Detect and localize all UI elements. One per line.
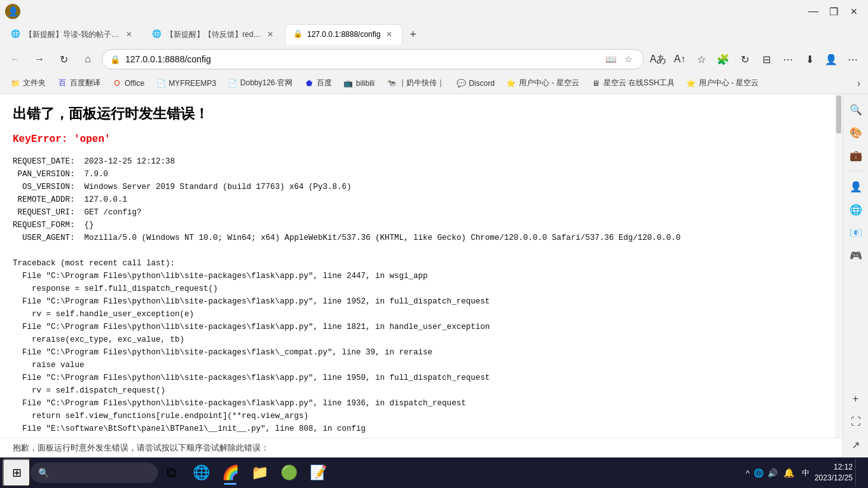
bookmark-baidu[interactable]: ⬟ 百度 [299,75,337,91]
rs-collections-button[interactable]: 🎨 [846,122,866,143]
back-button[interactable]: ← [5,49,25,69]
bookmark-nainiu[interactable]: 🐄 ｜奶牛快传｜ [381,75,450,91]
toolbar-right: Aあ A↑ ☆ 🧩 ↻ ⊟ ⋯ ⬇ 👤 ⋯ [648,49,863,69]
chevron-up-icon[interactable]: ^ [746,468,750,478]
taskbar-right: ^ 🌐 🔊 🔔 中 12:12 2023/12/25 [746,459,865,487]
rs-zoom-plus[interactable]: + [846,389,866,409]
tab-2[interactable]: 🌐 【新提醒】【待反馈】redis安装 ✕ [144,24,284,45]
profile-icon[interactable]: 👤 [5,4,20,19]
tab-2-close[interactable]: ✕ [265,29,275,39]
favorites-button[interactable]: ☆ [621,52,636,67]
sys-icons: ^ 🌐 🔊 🔔 [746,465,797,480]
bookmark-folder[interactable]: 📁 文件夹 [5,75,51,91]
bookmark-xingkong2[interactable]: ⭐ 用户中心 - 星空云 [681,75,764,91]
scrollbar-track[interactable] [835,94,843,488]
more-button[interactable]: ⋯ [843,49,863,69]
show-desktop-button[interactable] [855,459,860,487]
refresh-button[interactable]: ↻ [53,49,74,69]
taskbar-task-view[interactable]: ⧉ [158,459,186,487]
forward-button[interactable]: → [29,49,50,69]
bookmark-xingkong1[interactable]: ⭐ 用户中心 - 星空云 [501,75,584,91]
bookmark-myfreemp3[interactable]: 📄 MYFREEMP3 [151,76,221,91]
star-button[interactable]: ☆ [691,49,712,69]
taskbar-chrome[interactable]: 🌈 [216,459,244,487]
network-icon[interactable]: 🌐 [754,468,764,478]
rs-edge-button[interactable]: 🌐 [846,199,866,220]
folder-icon: 📁 [10,78,20,88]
translate-button[interactable]: Aあ [648,49,668,69]
rs-fullscreen[interactable]: ⛶ [846,412,866,432]
new-tab-button[interactable]: + [404,25,422,43]
taskbar-explorer[interactable]: 📁 [245,459,273,487]
system-clock[interactable]: 12:12 2023/12/25 [815,462,853,484]
tab-3-favicon: 🔒 [293,29,303,39]
error-title: 出错了，面板运行时发生错误！ [13,104,822,123]
taskbar-search[interactable]: 🔍 [31,463,158,483]
right-sidebar: 🔍 🎨 💼 👤 🌐 📧 🎮 + ⛶ ↗ ⚙ [843,94,868,488]
rs-search-button[interactable]: 🔍 [846,99,866,120]
key-error: KeyError: 'open' [13,134,822,145]
taskbar-edge[interactable]: 🌐 [187,459,215,487]
bookmark-baidu-translate[interactable]: 百 百度翻译 [52,75,106,91]
taskbar-notes[interactable]: 📝 [304,459,332,487]
rs-games-button[interactable]: 🎮 [846,245,866,265]
extensions-button[interactable]: 🧩 [713,49,733,69]
bookmark-bilibili-label: bilibili [356,79,375,88]
edge-icon: 🌐 [193,464,210,481]
url-text: 127.0.0.1:8888/config [125,54,598,64]
url-bar[interactable]: 🔒 127.0.0.1:8888/config 📖 ☆ [102,49,644,69]
bookmark-xingkong2-label: 用户中心 - 星空云 [699,78,759,88]
tab-1-close[interactable]: ✕ [124,29,134,39]
close-button[interactable]: ✕ [845,3,863,20]
bookmark-nainiu-label: ｜奶牛快传｜ [399,78,444,88]
profile-button[interactable]: 👤 [821,49,841,69]
discord-icon: 💬 [456,78,466,88]
refresh2-button[interactable]: ↻ [734,49,755,69]
ssh-icon: 🖥 [591,78,601,88]
tab-3-close[interactable]: ✕ [384,29,394,39]
copilot-button[interactable]: ⋯ [778,49,798,69]
taskbar-bt[interactable]: 🟢 [275,459,303,487]
bookmark-office[interactable]: O Office [107,76,149,91]
tab-1-favicon: 🌐 [11,29,21,39]
bilibili-icon: 📺 [343,78,354,88]
restore-button[interactable]: ❐ [825,3,843,20]
language-indicator[interactable]: 中 [799,466,812,480]
split-button[interactable]: ⊟ [756,49,776,69]
start-button[interactable]: ⊞ [3,459,31,487]
address-bar: ← → ↻ ⌂ 🔒 127.0.0.1:8888/config 📖 ☆ Aあ A… [0,46,868,73]
bookmark-bilibili[interactable]: 📺 bilibili [338,76,380,91]
rs-popout[interactable]: ↗ [846,435,866,455]
bookmark-ssh[interactable]: 🖥 星空云 在线SSH工具 [586,75,680,91]
read-mode-button[interactable]: 📖 [603,52,618,67]
chrome-icon: 🌈 [222,464,239,481]
rs-user-button[interactable]: 👤 [846,176,866,197]
scrollbar-thumb[interactable] [836,95,841,134]
bookmark-baidu-label: 百度 [317,78,332,88]
tab-1[interactable]: 🌐 【新提醒】导读-我的帖子 - 宝塔 ✕ [3,24,142,45]
minimize-button[interactable]: — [804,3,822,20]
sound-icon[interactable]: 🔊 [768,468,778,478]
bookmark-discord[interactable]: 💬 Discord [451,76,500,91]
bookmark-dobby[interactable]: 📄 Dobby126·官网 [223,75,298,91]
tab-2-title: 【新提醒】【待反馈】redis安装 [166,29,261,40]
clock-date: 2023/12/25 [815,473,853,484]
rs-wallet-button[interactable]: 💼 [846,145,866,165]
taskbar: ⊞ 🔍 ⧉ 🌐 🌈 📁 🟢 📝 ^ 🌐 🔊 🔔 [0,457,868,488]
bottom-hint-bar: 抱歉，面板运行时意外发生错误，请尝试按以下顺序尝试解除此错误： [0,438,843,457]
traceback-block: REQUEST_DATE: 2023-12-25 12:12:38 PAN_VE… [13,155,822,461]
bookmark-discord-label: Discord [469,79,495,88]
tab-3[interactable]: 🔒 127.0.0.1:8888/config ✕ [285,24,403,45]
home-button[interactable]: ⌂ [78,49,98,69]
aa-button[interactable]: A↑ [670,49,690,69]
rs-outlook-button[interactable]: 📧 [846,222,866,242]
language-text: 中 [802,468,809,477]
bookmarks-more-button[interactable]: › [855,75,863,92]
rs-divider [848,171,864,171]
bookmark-dobby-label: Dobby126·官网 [240,78,293,88]
tab-1-title: 【新提醒】导读-我的帖子 - 宝塔 [25,29,120,40]
download-button[interactable]: ⬇ [799,49,820,69]
taskbar-search-icon: 🔍 [38,468,49,478]
taskbar-icons: ⧉ 🌐 🌈 📁 🟢 📝 [158,459,332,487]
notification-icon[interactable]: 🔔 [782,465,797,480]
